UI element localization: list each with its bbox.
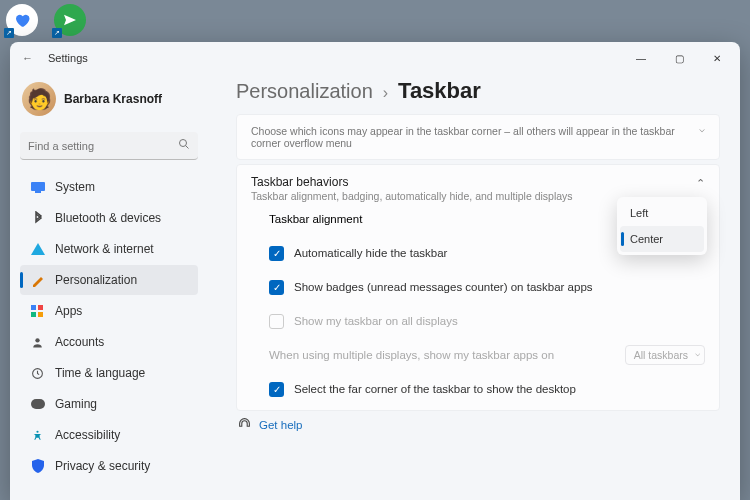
badges-label: Show badges (unread messages counter) on…	[294, 281, 593, 293]
svg-rect-10	[31, 399, 45, 409]
sidebar-item-label: System	[55, 180, 95, 194]
svg-rect-6	[31, 312, 36, 317]
sidebar: 🧑 Barbara Krasnoff System Bluetooth & de…	[10, 74, 206, 500]
svg-rect-4	[31, 305, 36, 310]
alignment-label: Taskbar alignment	[269, 213, 362, 225]
behaviors-title: Taskbar behaviors	[251, 175, 573, 189]
sidebar-item-label: Time & language	[55, 366, 145, 380]
alignment-option-center[interactable]: Center	[620, 226, 704, 252]
bluetooth-icon	[30, 211, 45, 226]
sidebar-item-system[interactable]: System	[20, 172, 198, 202]
accounts-icon	[30, 335, 45, 350]
close-button[interactable]: ✕	[698, 44, 736, 72]
search	[20, 132, 198, 160]
svg-rect-2	[31, 182, 45, 191]
personalization-icon	[30, 273, 45, 288]
accessibility-icon	[30, 428, 45, 443]
sidebar-item-privacy[interactable]: Privacy & security	[20, 451, 198, 481]
alignment-dropdown: Left Center	[617, 197, 707, 255]
sidebar-item-label: Privacy & security	[55, 459, 150, 473]
svg-line-1	[186, 146, 189, 149]
overflow-card[interactable]: Choose which icons may appear in the tas…	[236, 114, 720, 160]
sidebar-item-apps[interactable]: Apps	[20, 296, 198, 326]
sidebar-item-label: Personalization	[55, 273, 137, 287]
far-corner-row[interactable]: Select the far corner of the taskbar to …	[251, 372, 705, 406]
sidebar-item-accessibility[interactable]: Accessibility	[20, 420, 198, 450]
system-icon	[30, 180, 45, 195]
auto-hide-label: Automatically hide the taskbar	[294, 247, 447, 259]
privacy-icon	[30, 459, 45, 474]
sidebar-item-bluetooth[interactable]: Bluetooth & devices	[20, 203, 198, 233]
all-displays-label: Show my taskbar on all displays	[294, 315, 458, 327]
multi-displays-row: When using multiple displays, show my ta…	[251, 338, 705, 372]
sidebar-item-accounts[interactable]: Accounts	[20, 327, 198, 357]
chevron-right-icon: ›	[383, 84, 388, 102]
sidebar-item-network[interactable]: Network & internet	[20, 234, 198, 264]
nav: System Bluetooth & devices Network & int…	[20, 172, 198, 481]
search-icon	[178, 138, 190, 153]
svg-point-8	[35, 338, 39, 342]
avatar: 🧑	[22, 82, 56, 116]
time-icon	[30, 366, 45, 381]
minimize-button[interactable]: ―	[622, 44, 660, 72]
get-help-label: Get help	[259, 419, 302, 431]
desktop-shortcut-1[interactable]: ↗	[6, 4, 38, 36]
help-icon	[238, 417, 251, 432]
sidebar-item-label: Accessibility	[55, 428, 120, 442]
apps-icon	[30, 304, 45, 319]
sidebar-item-label: Accounts	[55, 335, 104, 349]
auto-hide-checkbox[interactable]	[269, 246, 284, 261]
titlebar: ← Settings ― ▢ ✕	[10, 42, 740, 74]
svg-point-11	[36, 430, 38, 432]
badges-row[interactable]: Show badges (unread messages counter) on…	[251, 270, 705, 304]
svg-point-0	[180, 140, 187, 147]
settings-window: ← Settings ― ▢ ✕ 🧑 Barbara Krasnoff Syst…	[10, 42, 740, 500]
sidebar-item-label: Gaming	[55, 397, 97, 411]
badges-checkbox[interactable]	[269, 280, 284, 295]
sidebar-item-personalization[interactable]: Personalization	[20, 265, 198, 295]
multi-displays-select: All taskbars	[625, 345, 705, 365]
chevron-up-icon: ⌃	[696, 177, 705, 190]
username: Barbara Krasnoff	[64, 92, 162, 106]
main-content: Personalization › Taskbar Choose which i…	[206, 74, 740, 500]
multi-displays-label: When using multiple displays, show my ta…	[269, 349, 554, 361]
overflow-hint: Choose which icons may appear in the tas…	[251, 125, 679, 149]
breadcrumb: Personalization › Taskbar	[236, 78, 720, 104]
svg-rect-3	[35, 191, 41, 193]
sidebar-item-label: Network & internet	[55, 242, 154, 256]
far-corner-checkbox[interactable]	[269, 382, 284, 397]
search-input[interactable]	[20, 132, 198, 160]
all-displays-checkbox	[269, 314, 284, 329]
get-help-link[interactable]: Get help	[236, 417, 720, 432]
profile[interactable]: 🧑 Barbara Krasnoff	[20, 78, 198, 130]
breadcrumb-current: Taskbar	[398, 78, 481, 104]
breadcrumb-parent[interactable]: Personalization	[236, 80, 373, 103]
all-displays-row: Show my taskbar on all displays	[251, 304, 705, 338]
behaviors-subtitle: Taskbar alignment, badging, automaticall…	[251, 190, 573, 202]
chevron-down-icon: ⌵	[699, 123, 705, 134]
sidebar-item-gaming[interactable]: Gaming	[20, 389, 198, 419]
sidebar-item-label: Bluetooth & devices	[55, 211, 161, 225]
svg-rect-7	[38, 312, 43, 317]
alignment-option-left[interactable]: Left	[620, 200, 704, 226]
gaming-icon	[30, 397, 45, 412]
far-corner-label: Select the far corner of the taskbar to …	[294, 383, 576, 395]
app-title: Settings	[48, 52, 88, 64]
sidebar-item-time[interactable]: Time & language	[20, 358, 198, 388]
network-icon	[30, 242, 45, 257]
desktop-shortcut-2[interactable]: ↗	[54, 4, 86, 36]
maximize-button[interactable]: ▢	[660, 44, 698, 72]
sidebar-item-label: Apps	[55, 304, 82, 318]
behaviors-card: Taskbar behaviors Taskbar alignment, bad…	[236, 164, 720, 411]
back-button[interactable]: ←	[22, 52, 42, 64]
svg-rect-5	[38, 305, 43, 310]
